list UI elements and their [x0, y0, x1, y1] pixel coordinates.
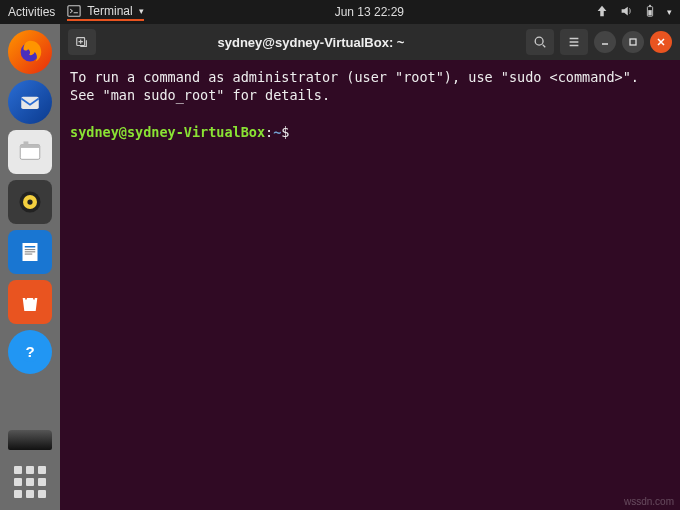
minimize-icon [600, 37, 610, 47]
svg-rect-0 [68, 5, 80, 16]
topbar-clock[interactable]: Jun 13 22:29 [144, 5, 595, 19]
shopping-bag-icon [17, 289, 43, 315]
terminal-icon [67, 4, 81, 18]
files-icon [17, 139, 43, 165]
activities-button[interactable]: Activities [8, 5, 55, 19]
prompt-colon: : [265, 124, 273, 140]
topbar-app-label: Terminal [87, 4, 132, 18]
search-button[interactable] [526, 29, 554, 55]
maximize-button[interactable] [622, 31, 644, 53]
chevron-down-icon: ▾ [667, 7, 672, 17]
dock-rhythmbox[interactable] [8, 180, 52, 224]
search-icon [533, 35, 547, 49]
hamburger-menu-button[interactable] [560, 29, 588, 55]
watermark: wssdn.com [624, 496, 674, 507]
help-icon: ? [18, 340, 42, 364]
network-icon [595, 4, 609, 21]
maximize-icon [628, 37, 638, 47]
terminal-window: sydney@sydney-VirtualBox: ~ To run a com… [60, 24, 680, 510]
firefox-icon [15, 37, 45, 67]
close-icon [656, 37, 666, 47]
document-icon [18, 240, 42, 264]
window-titlebar: sydney@sydney-VirtualBox: ~ [60, 24, 680, 60]
svg-rect-2 [649, 4, 651, 6]
dock: ? [0, 24, 60, 510]
svg-rect-16 [25, 254, 33, 255]
volume-icon [619, 4, 633, 21]
dock-libreoffice-writer[interactable] [8, 230, 52, 274]
svg-rect-3 [648, 10, 652, 15]
terminal-motd-line: See "man sudo_root" for details. [70, 87, 330, 103]
dock-firefox[interactable] [8, 30, 52, 74]
topbar-left: Activities Terminal ▾ [8, 4, 144, 21]
topbar-status-area[interactable]: ▾ [595, 4, 672, 21]
svg-rect-13 [25, 246, 36, 248]
dock-ubuntu-software[interactable] [8, 280, 52, 324]
terminal-motd-line: To run a command as administrator (user … [70, 69, 639, 85]
prompt-symbol: $ [281, 124, 297, 140]
dock-help[interactable]: ? [8, 330, 52, 374]
gnome-topbar: Activities Terminal ▾ Jun 13 22:29 ▾ [0, 0, 680, 24]
svg-point-11 [27, 199, 32, 204]
new-tab-button[interactable] [68, 29, 96, 55]
dock-trash[interactable] [8, 430, 52, 450]
svg-point-20 [535, 37, 543, 45]
terminal-body[interactable]: To run a command as administrator (user … [60, 60, 680, 510]
svg-rect-21 [630, 39, 636, 45]
dock-show-applications[interactable] [8, 460, 52, 504]
new-tab-icon [75, 35, 89, 49]
close-button[interactable] [650, 31, 672, 53]
svg-rect-15 [25, 251, 36, 252]
svg-rect-14 [25, 249, 36, 250]
minimize-button[interactable] [594, 31, 616, 53]
dock-files[interactable] [8, 130, 52, 174]
topbar-app-menu[interactable]: Terminal ▾ [67, 4, 143, 21]
battery-icon [643, 4, 657, 21]
svg-text:?: ? [25, 343, 34, 360]
svg-rect-5 [21, 97, 39, 109]
speaker-icon [16, 188, 44, 216]
window-title: sydney@sydney-VirtualBox: ~ [104, 35, 518, 50]
dock-thunderbird[interactable] [8, 80, 52, 124]
svg-rect-8 [24, 141, 29, 144]
svg-rect-7 [20, 145, 40, 148]
hamburger-icon [567, 35, 581, 49]
prompt-user-host: sydney@sydney-VirtualBox [70, 124, 265, 140]
thunderbird-icon [16, 88, 44, 116]
